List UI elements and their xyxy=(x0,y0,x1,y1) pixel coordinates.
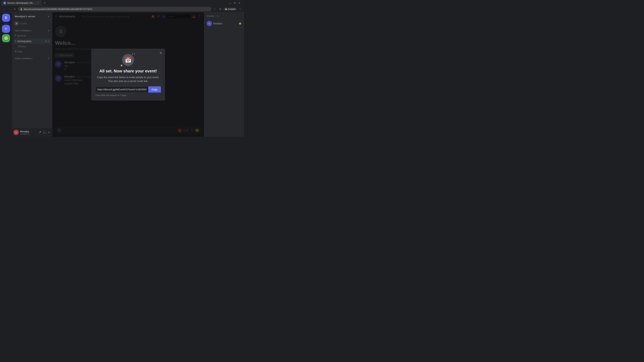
user-display-name: Moodjoy xyxy=(20,130,36,133)
events-label: 1 Event xyxy=(20,22,27,25)
headset-button[interactable]: 🎧 xyxy=(42,130,46,134)
events-bar[interactable]: 📅 1 Event xyxy=(12,20,52,26)
server-chevron-icon: ▼ xyxy=(48,15,50,17)
tab-bar: D Discord | #photography | Mood... ✕ + —… xyxy=(0,0,244,6)
modal-description: Copy the event link below to invite peop… xyxy=(95,75,161,83)
voice-channels-label: VOICE CHANNELS xyxy=(15,57,32,59)
user-tag: moodjoy#1... xyxy=(20,133,36,135)
hash-icon: # xyxy=(15,39,16,43)
user-name-area: Moodjoy moodjoy#1... xyxy=(20,130,36,135)
voice-channels-section: VOICE CHANNELS + xyxy=(12,54,52,61)
modal-close-button[interactable]: ✕ xyxy=(158,51,163,55)
expire-text: Your invite link expires in 7 days. xyxy=(95,94,127,96)
address-bar[interactable]: 🔒 discord.com/channels/11823468517819843… xyxy=(18,7,212,11)
active-tab[interactable]: D Discord | #photography | Mood... ✕ xyxy=(1,0,42,6)
forward-button[interactable]: → xyxy=(8,7,12,11)
incognito-badge: 🕵 Incognito xyxy=(224,8,237,10)
incognito-label: Incognito xyxy=(228,8,236,10)
text-channels-category[interactable]: TEXT CHANNELS + xyxy=(14,26,51,33)
channel-item-photos[interactable]: Photos xyxy=(14,44,51,49)
discord-home-button[interactable]: D xyxy=(2,14,10,22)
online-header: ONLINE — 1 xyxy=(204,12,244,20)
server-sidebar: D M 🙂 xyxy=(0,12,12,137)
member-avatar-moodjoy: M xyxy=(206,21,212,26)
close-icon: ✕ xyxy=(159,51,162,55)
add-member-icon[interactable]: 👤 xyxy=(44,40,47,42)
modal-title: All set. Now share your event! xyxy=(100,69,157,73)
server-divider xyxy=(3,23,9,23)
hash-icon: # xyxy=(15,34,16,37)
close-window-button[interactable]: ✕ xyxy=(238,1,242,5)
channel-item-general[interactable]: # general xyxy=(14,33,51,38)
url-text: discord.com/channels/1182346851781984336… xyxy=(24,8,210,10)
right-sidebar: ONLINE — 1 M Moodjoy 🌟 xyxy=(204,12,244,137)
tab-close-button[interactable]: ✕ xyxy=(37,2,40,4)
user-settings-button[interactable]: ⚙ xyxy=(47,130,51,134)
user-avatar: M xyxy=(14,130,19,135)
refresh-button[interactable]: ↻ xyxy=(13,7,17,11)
main-content: # photography This is a good place to ta… xyxy=(52,12,204,137)
bookmark-button[interactable]: ☆ xyxy=(213,7,217,11)
share-event-modal: ✕ 📅 ✦✦ ★ All set. Now share your event! … xyxy=(91,49,165,100)
tab-favicon: D xyxy=(3,2,6,4)
channel-name-chat: chat xyxy=(18,50,50,53)
channel-item-photography[interactable]: # photography 👤 ⚙ xyxy=(14,38,51,44)
copy-button[interactable]: Copy xyxy=(148,86,161,92)
calendar-icon: 📅 xyxy=(122,54,134,66)
app-container: D M 🙂 Moodjoy's server ▼ 📅 1 Event TEXT … xyxy=(0,12,244,137)
voice-channels-category[interactable]: VOICE CHANNELS + xyxy=(14,54,51,61)
text-channels-label: TEXT CHANNELS xyxy=(15,30,31,32)
star-gold-icon: ★ xyxy=(120,63,123,67)
channel-name-photos: Photos xyxy=(18,45,50,48)
incognito-icon: 🕵 xyxy=(225,8,227,10)
tab-title: Discord | #photography | Mood... xyxy=(8,2,36,4)
modal-icon-wrapper: 📅 ✦✦ ★ xyxy=(122,54,134,66)
server-icon-moodjoy[interactable]: M xyxy=(2,25,10,33)
user-area: M Moodjoy moodjoy#1... 🎤 🎧 ⚙ xyxy=(12,128,52,137)
member-item-moodjoy[interactable]: M Moodjoy 🌟 xyxy=(204,20,244,27)
user-controls: 🎤 🎧 ⚙ xyxy=(38,130,51,134)
add-voice-channel-button[interactable]: + xyxy=(48,57,50,60)
new-tab-button[interactable]: + xyxy=(42,1,47,5)
channel-item-chat[interactable]: # chat xyxy=(14,49,51,54)
hash-icon: # xyxy=(15,50,16,53)
add-text-channel-button[interactable]: + xyxy=(48,29,50,32)
channel-action-icons: 👤 ⚙ xyxy=(44,40,50,42)
server-icon-other[interactable]: 🙂 xyxy=(2,34,10,42)
sparkles-icon: ✦✦ xyxy=(132,53,136,55)
browser-chrome: D Discord | #photography | Mood... ✕ + —… xyxy=(0,0,244,12)
extension-button[interactable]: ⧉ xyxy=(218,7,222,11)
channel-name-photography: photography xyxy=(18,40,44,42)
server-header[interactable]: Moodjoy's server ▼ xyxy=(12,12,52,20)
settings-icon[interactable]: ⚙ xyxy=(48,40,50,42)
channels-sidebar: Moodjoy's server ▼ 📅 1 Event TEXT CHANNE… xyxy=(12,12,52,137)
lock-icon: 🔒 xyxy=(20,8,22,10)
member-badge-moodjoy: 🌟 xyxy=(239,22,242,25)
minimize-button[interactable]: — xyxy=(228,1,232,5)
more-options-button[interactable]: ⋮ xyxy=(238,7,242,11)
text-channels-section: TEXT CHANNELS + # general # photography … xyxy=(12,26,52,54)
restore-button[interactable]: ⧉ xyxy=(233,1,237,5)
back-button[interactable]: ← xyxy=(2,7,6,11)
invite-link-input[interactable] xyxy=(96,86,148,92)
browser-controls: ← → ↻ 🔒 discord.com/channels/11823468517… xyxy=(0,6,244,12)
events-icon: 📅 xyxy=(15,22,18,25)
mic-button[interactable]: 🎤 xyxy=(38,130,42,134)
invite-link-row: Copy xyxy=(95,86,161,93)
member-name-moodjoy: Moodjoy xyxy=(213,22,222,25)
modal-overlay: ✕ 📅 ✦✦ ★ All set. Now share your event! … xyxy=(52,12,204,137)
server-name: Moodjoy's server xyxy=(15,15,36,18)
channel-name-general: general xyxy=(18,34,50,37)
